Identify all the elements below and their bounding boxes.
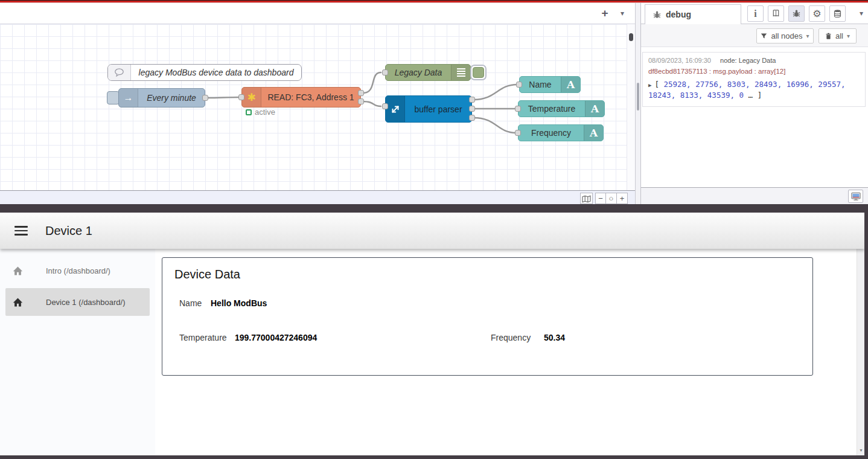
- info-tab-button[interactable]: i: [747, 5, 764, 22]
- home-icon: [12, 266, 24, 276]
- inject-trigger-button[interactable]: [107, 91, 120, 104]
- sidenav-item-label: Intro (/dashboard/): [46, 266, 110, 275]
- buffer-parser-node[interactable]: buffer parser: [385, 95, 472, 123]
- zoom-controls: − ○ +: [595, 193, 628, 204]
- filter-icon: [761, 33, 767, 39]
- status-ok-icon: [246, 109, 252, 115]
- debug-message-list: 08/09/2023, 16:09:30 node: Legacy Data d…: [641, 47, 868, 187]
- card-title: Device Data: [174, 268, 240, 281]
- tab-debug-label: debug: [666, 10, 691, 19]
- parser-output-port-3[interactable]: [469, 115, 475, 121]
- device-data-card: Device Data Name Hello ModBus Temperatur…: [162, 257, 813, 376]
- debug-toolbar: all nodes ▾ all ▾: [641, 24, 868, 47]
- debug-payload[interactable]: ▶[ 25928, 27756, 8303, 28493, 16996, 295…: [648, 79, 860, 101]
- comment-node-label: legacy ModBus device data to dashboard: [131, 65, 301, 80]
- add-flow-button[interactable]: +: [598, 6, 611, 21]
- inject-output-port[interactable]: [202, 95, 208, 101]
- chevron-down-icon: ▾: [847, 33, 850, 39]
- parser-output-port-1[interactable]: [469, 97, 475, 103]
- sidebar-splitter[interactable]: [635, 3, 641, 204]
- ui-text-node-frequency[interactable]: Frequency A: [518, 124, 604, 141]
- payload-close-bracket: … ]: [748, 91, 762, 100]
- book-icon: [771, 9, 780, 18]
- page: + ▾: [0, 0, 868, 459]
- filter-nodes-button[interactable]: all nodes ▾: [756, 28, 814, 43]
- editor-vertical-scrollbar[interactable]: [627, 24, 635, 190]
- monitor-icon: [851, 192, 861, 201]
- context-data-tab-button[interactable]: [829, 5, 846, 22]
- zoom-in-button[interactable]: +: [617, 193, 628, 204]
- buffer-parser-node-label: buffer parser: [405, 96, 471, 122]
- filter-nodes-label: all nodes: [771, 31, 802, 40]
- ui-text-frequency-label: Frequency: [519, 125, 584, 141]
- debug-message-path: df8ecbd817357113 : msg.payload : array[1…: [648, 68, 860, 75]
- scroll-down-icon[interactable]: ▼: [857, 448, 864, 452]
- chevron-down-icon: ▾: [806, 33, 809, 39]
- sidebar-tabbar: debug i ⚙ ▾: [641, 3, 868, 24]
- sidenav-item-device1[interactable]: Device 1 (/dashboard/): [5, 288, 150, 316]
- info-icon: i: [754, 8, 756, 19]
- dashboard-header: Device 1: [0, 213, 864, 249]
- debug-message[interactable]: 08/09/2023, 16:09:30 node: Legacy Data d…: [642, 52, 866, 107]
- dashboard-body: Intro (/dashboard/) Device 1 (/dashboard…: [0, 249, 864, 455]
- temperature-input-port[interactable]: [515, 106, 521, 112]
- debug-enable-toggle[interactable]: [470, 65, 487, 80]
- help-tab-button[interactable]: [768, 5, 784, 22]
- zoom-out-button[interactable]: −: [595, 193, 606, 204]
- debug-sidebar: debug i ⚙ ▾: [641, 3, 868, 204]
- sidenav-item-intro[interactable]: Intro (/dashboard/): [5, 257, 150, 284]
- home-icon: [12, 297, 24, 307]
- dashboard-vertical-scrollbar[interactable]: ▲ ▼: [857, 213, 864, 455]
- name-input-port[interactable]: [516, 82, 522, 88]
- modbus-read-node-label: READ: FC3, Address 1: [261, 88, 360, 107]
- modbus-read-node[interactable]: ✱ READ: FC3, Address 1: [241, 87, 361, 108]
- text-a-icon: A: [561, 77, 580, 92]
- name-label: Name: [179, 298, 202, 308]
- ui-text-temperature-label: Temperature: [519, 101, 585, 117]
- flow-list-chevron-icon[interactable]: ▾: [616, 6, 629, 21]
- frequency-input-port[interactable]: [515, 130, 521, 136]
- inject-node-label: Every minute: [138, 89, 205, 107]
- node-red-editor-region: + ▾: [0, 3, 868, 204]
- text-a-icon: A: [585, 101, 604, 117]
- debug-input-port[interactable]: [382, 69, 388, 75]
- modbus-icon: ✱: [242, 88, 261, 107]
- temperature-value: 199.77000427246094: [235, 333, 317, 342]
- open-debug-window-button[interactable]: [848, 190, 863, 203]
- payload-numbers: 25928, 27756, 8303, 28493, 16996, 29557,…: [648, 80, 846, 100]
- ui-text-node-name[interactable]: Name A: [519, 76, 581, 93]
- payload-open-bracket: [: [654, 80, 659, 89]
- clear-messages-button[interactable]: all ▾: [819, 28, 857, 43]
- zoom-reset-button[interactable]: ○: [606, 193, 617, 204]
- database-icon: [833, 9, 842, 18]
- read-output-port-1[interactable]: [358, 90, 364, 96]
- dashboard-region: Device 1 Intro (/dashboard/) Device 1 (/…: [0, 204, 868, 459]
- read-input-port[interactable]: [238, 94, 244, 100]
- expand-triangle-icon[interactable]: ▶: [648, 82, 651, 88]
- debug-message-meta: 08/09/2023, 16:09:30 node: Legacy Data: [648, 57, 860, 64]
- buffer-parser-icon: [386, 96, 405, 122]
- read-output-port-2[interactable]: [358, 98, 364, 104]
- config-nodes-tab-button[interactable]: ⚙: [809, 5, 825, 22]
- sidebar-menu-chevron-icon[interactable]: ▾: [860, 9, 863, 18]
- tab-debug[interactable]: debug: [645, 4, 741, 24]
- sidebar-footer: [641, 187, 868, 204]
- parser-input-port[interactable]: [382, 103, 388, 109]
- comment-node[interactable]: legacy ModBus device data to dashboard: [107, 64, 302, 81]
- flow-canvas[interactable]: legacy ModBus device data to dashboard →…: [0, 24, 635, 190]
- debug-tab-button[interactable]: [788, 5, 805, 22]
- ui-text-name-label: Name: [520, 77, 561, 92]
- splitter-grip[interactable]: [637, 83, 639, 111]
- flow-editor: + ▾: [0, 3, 635, 204]
- debug-timestamp: 08/09/2023, 16:09:30: [648, 57, 711, 64]
- dashboard-sidenav: Intro (/dashboard/) Device 1 (/dashboard…: [0, 249, 155, 455]
- editor-scrollbar-thumb[interactable]: [629, 33, 633, 41]
- editor-footer: − ○ +: [0, 190, 635, 204]
- ui-text-node-temperature[interactable]: Temperature A: [518, 100, 605, 117]
- debug-node[interactable]: Legacy Data: [385, 64, 471, 81]
- navigator-map-button[interactable]: [580, 193, 593, 204]
- menu-hamburger-icon[interactable]: [14, 226, 28, 236]
- inject-node[interactable]: → Every minute: [118, 88, 205, 108]
- frequency-value: 50.34: [544, 333, 565, 342]
- parser-output-port-2[interactable]: [469, 106, 475, 112]
